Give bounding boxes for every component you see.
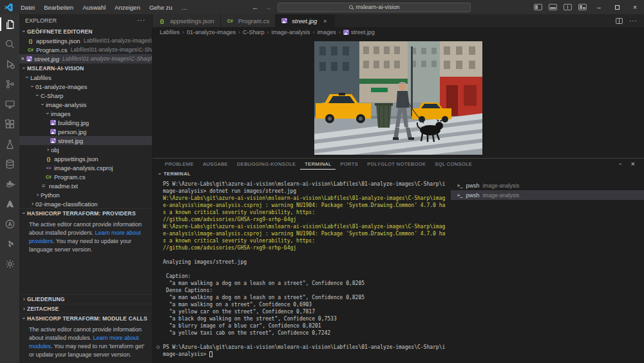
tree-item-program-cs[interactable]: Program.cs (19, 172, 152, 181)
editor-region: appsettings.json Program.cs street.jpg ×… (153, 14, 644, 363)
terminal-tab-pwsh-2[interactable]: pwsh image-analysis (451, 190, 644, 200)
panel-tab-terminal[interactable]: TERMINAL (300, 159, 336, 170)
terminal-line: Caption: (163, 273, 451, 280)
section-workspace-tree[interactable]: MSLEARN-AI-VISION (19, 63, 152, 73)
terminal-line: //github.com/advisories/GHSA-rxg9-xrhp-6… (163, 216, 451, 223)
minimize-button[interactable]: – (590, 0, 608, 14)
terminal-cwd: image-analysis (482, 182, 519, 189)
docker-icon[interactable] (0, 174, 19, 194)
command-center-text: mslearn-ai-vision (356, 4, 400, 10)
workbench: EXPLORER ··· GEÖFFNETE EDITOREN appsetti… (0, 14, 644, 363)
chevron-down-icon (21, 28, 28, 34)
azure-icon[interactable] (0, 194, 19, 214)
tree-item-obj[interactable]: obj (19, 145, 152, 154)
customize-layout-icon[interactable] (578, 4, 587, 10)
terminal-tab-pwsh-1[interactable]: pwsh image-analysis (451, 181, 644, 190)
source-control-icon[interactable] (0, 74, 19, 94)
titlebar: Datei Bearbeiten Auswahl Anzeigen Gehe z… (0, 0, 644, 14)
menu-auswahl[interactable]: Auswahl (78, 4, 110, 11)
split-editor-icon[interactable] (615, 17, 623, 25)
run-debug-icon[interactable] (0, 54, 19, 74)
tree-item-01-analyze-images[interactable]: 01-analyze-images (19, 82, 152, 91)
menu-bearbeiten[interactable]: Bearbeiten (39, 4, 78, 11)
breadcrumb-item[interactable]: Labfiles (160, 29, 180, 35)
tree-item-python[interactable]: Python (19, 190, 152, 199)
remote-explorer-icon[interactable] (0, 94, 19, 114)
extensions-icon[interactable] (0, 114, 19, 134)
command-center-search[interactable]: mslearn-ai-vision (278, 3, 471, 12)
panel-tab-debugging-konsole[interactable]: DEBUGGING-KONSOLE (232, 159, 300, 170)
breadcrumb-item[interactable]: street.jpg (351, 29, 375, 35)
ansible-icon[interactable] (0, 214, 19, 234)
tree-item-c-sharp[interactable]: C-Sharp (19, 91, 152, 100)
open-editor-appsettings[interactable]: appsettings.json Labfiles\01-analyze-ima… (19, 36, 152, 45)
terminal-output[interactable]: PS W:\Azure-Labs\git\azure-ai-vision\msl… (153, 178, 451, 363)
terraform-icon[interactable] (0, 234, 19, 254)
terminal-line: "a man walking on a street", Confidence … (163, 301, 451, 308)
close-panel-icon[interactable] (631, 161, 635, 168)
breadcrumb-item[interactable]: image-analysis (272, 29, 310, 35)
tab-appsettings-json[interactable]: appsettings.json (153, 14, 221, 27)
search-view-icon[interactable] (0, 34, 19, 54)
tree-item-image-analysis[interactable]: image-analysis (19, 100, 152, 109)
open-editor-program-cs[interactable]: Program.cs Labfiles\01-analyze-images\C-… (19, 45, 152, 54)
terminal-line: Analyzing images/street.jpg (163, 259, 451, 266)
tree-item-person-jpg[interactable]: person.jpg (19, 127, 152, 136)
tree-label: Labfiles (30, 74, 52, 81)
toggle-secondary-sidebar-icon[interactable] (564, 4, 572, 10)
open-editor-street-jpg[interactable]: × street.jpg Labfiles\01-analyze-images\… (19, 54, 152, 63)
settings-gear-icon[interactable] (0, 254, 19, 274)
breadcrumb-item[interactable]: images (317, 29, 336, 35)
toggle-sidebar-icon[interactable] (534, 4, 542, 10)
menu-anzeigen[interactable]: Anzeigen (110, 4, 145, 11)
panel-tab-ports[interactable]: PORTS (336, 159, 363, 170)
panel-tab-polyglot-notebook[interactable]: POLYGLOT NOTEBOOK (363, 159, 430, 170)
editor-more-actions-icon[interactable]: ··· (629, 17, 638, 25)
panel-tab-sql-console[interactable]: SQL CONSOLE (430, 159, 477, 170)
explorer-icon[interactable] (0, 14, 19, 34)
maximize-panel-icon[interactable] (618, 161, 623, 167)
tree-item-street-jpg[interactable]: street.jpg (19, 136, 152, 145)
panel-tab-probleme[interactable]: PROBLEME (160, 159, 198, 170)
tree-item-csproj[interactable]: image-analysis.csproj (19, 163, 152, 172)
section-open-editors[interactable]: GEÖFFNETE EDITOREN (19, 26, 152, 36)
tab-program-cs[interactable]: Program.cs (221, 14, 276, 27)
close-window-button[interactable]: × (626, 0, 644, 14)
tree-item-02-image-classification[interactable]: 02-image-classification (19, 199, 152, 208)
breadcrumb-separator-icon (267, 29, 269, 35)
breadcrumb-item[interactable]: 01-analyze-images (187, 29, 236, 35)
database-icon[interactable] (0, 154, 19, 174)
toggle-panel-icon[interactable] (549, 4, 557, 10)
menu-datei[interactable]: Datei (16, 4, 39, 11)
testing-icon[interactable] (0, 134, 19, 154)
maximize-button[interactable] (608, 0, 626, 14)
tab-street-jpg[interactable]: street.jpg × (276, 14, 335, 27)
json-icon (27, 38, 34, 44)
tree-item-readme-txt[interactable]: readme.txt (19, 181, 152, 190)
menu-more[interactable]: … (177, 4, 193, 11)
section-terraform-providers[interactable]: HASHICORP TERRAFORM: PROVIDERS (19, 208, 152, 218)
tree-item-labfiles[interactable]: Labfiles (19, 73, 152, 82)
command-decoration-icon[interactable] (156, 346, 160, 349)
explorer-more-actions-icon[interactable]: ··· (137, 17, 146, 24)
navigate-forward-icon[interactable]: → (265, 3, 272, 11)
tree-item-appsettings-json[interactable]: appsettings.json (19, 154, 152, 163)
section-terraform-modules[interactable]: HASHICORP TERRAFORM: MODULE CALLS (19, 313, 152, 323)
close-icon[interactable]: × (19, 55, 26, 62)
section-outline[interactable]: GLIEDERUNG (19, 294, 152, 304)
close-tab-icon[interactable]: × (321, 17, 328, 25)
terminal-icon (457, 193, 462, 198)
breadcrumb-item[interactable]: C-Sharp (243, 29, 265, 35)
panel-tab-ausgabe[interactable]: AUSGABE (198, 159, 232, 170)
section-timeline[interactable]: ZEITACHSE (19, 304, 152, 313)
chevron-down-icon (40, 102, 46, 108)
tree-item-images[interactable]: images (19, 109, 152, 118)
menu-gehe-zu[interactable]: Gehe zu (145, 4, 177, 11)
terminal-section-header[interactable]: TERMINAL (153, 170, 644, 178)
tree-label: images (51, 110, 71, 117)
open-editor-path: Labfiles\01-analyze-images\C-Shar... (71, 46, 152, 53)
tree-item-building-jpg[interactable]: building.jpg (19, 118, 152, 127)
navigate-back-icon[interactable]: ← (252, 3, 259, 11)
sidebar-title-text: EXPLORER (25, 17, 57, 24)
terminal-line: W:\Azure-Labs\git\azure-ai-vision\mslear… (163, 195, 451, 202)
